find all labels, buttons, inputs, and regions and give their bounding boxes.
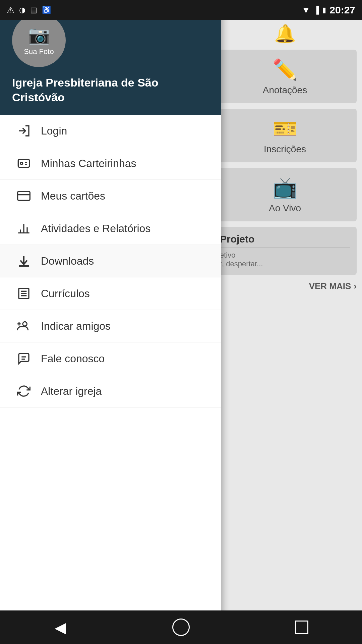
menu-item-login[interactable]: Login — [0, 115, 221, 147]
home-button[interactable] — [168, 614, 194, 641]
accessibility-icon: ♿ — [42, 6, 51, 14]
nav-bar: ◀ — [0, 610, 362, 644]
sdcard-icon: ▤ — [30, 6, 37, 14]
home-circle-icon — [172, 619, 190, 636]
status-bar-left: ⚠ ◑ ▤ ♿ — [7, 5, 51, 15]
menu-item-carteirinhas[interactable]: Minhas Carteirinhas — [0, 147, 221, 180]
battery-icon: ▮ — [322, 6, 326, 14]
menu-item-indicar[interactable]: Indicar amigos — [0, 310, 221, 342]
drawer: 📷 Sua Foto Igreja Presbiteriana de São C… — [0, 0, 221, 644]
add-friends-icon — [12, 319, 36, 333]
avatar-label: Sua Foto — [24, 47, 54, 56]
status-bar-right: ▼ ▐ ▮ 20:27 — [302, 4, 355, 16]
church-name: Igreja Presbiteriana de São Cristóvão — [12, 75, 209, 105]
avatar[interactable]: 📷 Sua Foto — [12, 13, 66, 67]
curriculos-label: Currículos — [41, 287, 90, 300]
refresh-icon — [12, 384, 36, 398]
svg-point-2 — [20, 162, 23, 165]
status-bar: ⚠ ◑ ▤ ♿ ▼ ▐ ▮ 20:27 — [0, 0, 362, 20]
menu-item-curriculos[interactable]: Currículos — [0, 277, 221, 310]
card-icon — [12, 189, 36, 203]
login-icon — [12, 124, 36, 138]
chat-icon — [12, 352, 36, 365]
fale-label: Fale conosco — [41, 353, 105, 365]
bar-chart-icon — [12, 222, 36, 235]
menu-item-downloads[interactable]: Downloads — [0, 245, 221, 277]
drawer-menu: Login Minhas Carteirinhas Meus car — [0, 115, 221, 644]
menu-item-cartoes[interactable]: Meus cartões — [0, 180, 221, 212]
recents-button[interactable] — [288, 614, 315, 641]
list-icon — [12, 287, 36, 300]
alterar-label: Alterar igreja — [41, 385, 102, 397]
recents-square-icon — [295, 621, 308, 634]
svg-rect-3 — [18, 192, 30, 201]
downloads-label: Downloads — [41, 255, 94, 267]
svg-rect-1 — [18, 160, 29, 167]
download-icon — [12, 254, 36, 268]
drawer-overlay[interactable]: 📷 Sua Foto Igreja Presbiteriana de São C… — [0, 0, 362, 644]
warning-icon: ⚠ — [7, 5, 14, 15]
menu-item-atividades[interactable]: Atividades e Relatórios — [0, 212, 221, 245]
indicar-label: Indicar amigos — [41, 320, 111, 332]
login-label: Login — [41, 125, 67, 137]
menu-item-fale[interactable]: Fale conosco — [0, 342, 221, 375]
id-card-icon — [12, 157, 36, 170]
signal-icon: ▐ — [314, 6, 319, 14]
clock: 20:27 — [329, 4, 355, 16]
atividades-label: Atividades e Relatórios — [41, 222, 150, 235]
menu-item-alterar[interactable]: Alterar igreja — [0, 375, 221, 408]
camera-icon: 📷 — [28, 25, 50, 45]
wifi-icon: ▼ — [302, 5, 310, 15]
cartoes-label: Meus cartões — [41, 190, 105, 202]
back-button[interactable]: ◀ — [47, 614, 74, 641]
carteirinhas-label: Minhas Carteirinhas — [41, 157, 136, 170]
svg-point-14 — [23, 322, 27, 326]
sync-icon: ◑ — [19, 6, 25, 14]
